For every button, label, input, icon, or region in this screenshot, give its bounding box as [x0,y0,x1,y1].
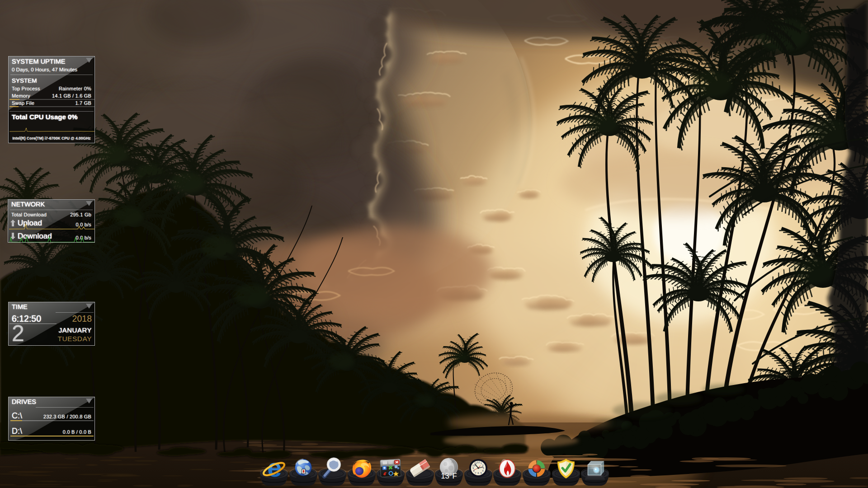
svg-text:13°F: 13°F [441,472,457,480]
svg-text:6: 6 [477,471,479,474]
svg-text:4: 4 [482,469,484,472]
svg-text:2: 2 [482,464,484,467]
svg-text:5: 5 [480,471,482,474]
svg-text:7: 7 [475,471,476,474]
svg-text:12: 12 [477,460,480,464]
